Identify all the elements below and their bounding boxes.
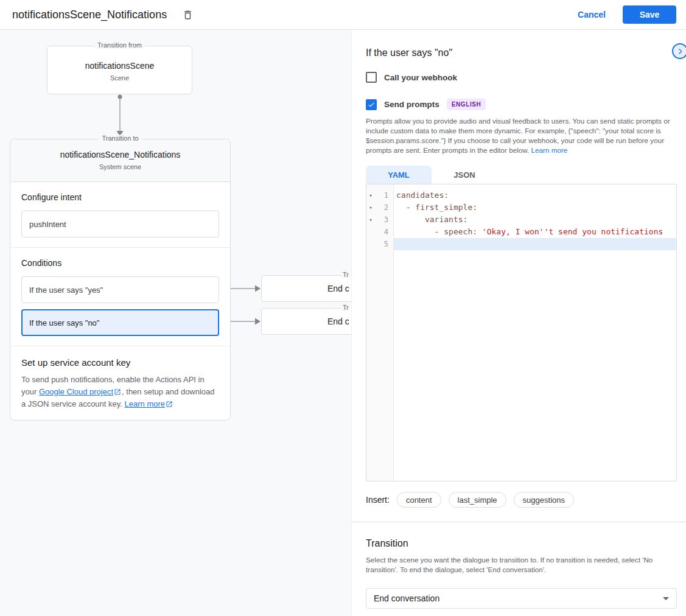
code-line[interactable]: candidates: — [394, 189, 676, 201]
google-cloud-project-link[interactable]: Google Cloud project — [39, 387, 113, 396]
service-account-title: Set up service account key — [21, 357, 219, 368]
learn-more-link[interactable]: Learn more — [531, 146, 568, 154]
line-number: 5 — [375, 240, 393, 248]
checkmark-icon — [368, 101, 375, 108]
insert-content-button[interactable]: content — [397, 492, 441, 508]
fold-icon[interactable]: ▾ — [366, 205, 375, 211]
editor-gutter: ▾1 ▾2 ▾3 ▾4 ▾5 — [366, 184, 394, 481]
send-prompts-row: Send prompts ENGLISH — [366, 99, 486, 110]
webhook-row: Call your webhook — [366, 72, 457, 83]
external-link-icon — [166, 401, 173, 408]
condition-item-yes[interactable]: If the user says "yes" — [21, 276, 219, 303]
gutter-row: ▾1 — [366, 189, 393, 201]
gutter-row: ▾2 — [366, 201, 393, 214]
from-node-title: notificationsScene — [47, 61, 192, 71]
transition-select[interactable]: End conversation — [366, 588, 677, 609]
transition-section-title: Transition — [366, 538, 408, 549]
scene-card-title: notificationsScene_Notifications — [10, 139, 230, 159]
intent-name: pushIntent — [29, 220, 66, 229]
chevron-right-icon — [676, 47, 684, 55]
code-line[interactable]: - first_simple: — [394, 201, 676, 214]
trash-icon — [182, 9, 194, 21]
transition-description: Select the scene you want the dialogue t… — [366, 555, 677, 575]
page-title: notificationsScene_Notifications — [12, 9, 167, 21]
code-line[interactable]: variants: — [394, 214, 676, 226]
prompts-description: Prompts allow you to provide audio and v… — [366, 116, 679, 155]
section-divider — [352, 522, 686, 522]
cancel-button[interactable]: Cancel — [578, 10, 606, 19]
tab-json[interactable]: JSON — [432, 166, 497, 184]
service-account-description: To send push notifications, enable the A… — [21, 374, 219, 410]
transition-select-value: End conversation — [374, 593, 439, 603]
code-key: variants: — [396, 215, 467, 224]
collapse-panel-button[interactable] — [672, 43, 686, 59]
fold-icon[interactable]: ▾ — [366, 217, 375, 223]
scene-card: Transition to notificationsScene_Notific… — [10, 139, 231, 421]
scene-diagram-panel: Transition from notificationsScene Scene… — [0, 30, 352, 616]
code-key: - first_simple: — [396, 203, 477, 212]
condition-label: If the user says "yes" — [29, 285, 103, 295]
header-bar: notificationsScene_Notifications Cancel … — [0, 0, 686, 30]
webhook-label: Call your webhook — [384, 73, 457, 82]
dropdown-caret-icon — [663, 597, 669, 600]
end-node-badge: Tr — [341, 271, 351, 278]
gutter-row: ▾4 — [366, 226, 393, 238]
from-node-subtitle: Scene — [47, 74, 192, 82]
line-number: 1 — [375, 191, 393, 200]
configure-intent-section: Configure intent pushIntent — [10, 182, 230, 248]
condition-editor-panel: If the user says "no" Call your webhook … — [352, 30, 686, 616]
gutter-row: ▾3 — [366, 214, 393, 226]
intent-item[interactable]: pushIntent — [21, 211, 219, 237]
conditions-label: Conditions — [21, 258, 219, 268]
webhook-checkbox[interactable] — [366, 72, 377, 83]
code-key: - speech: — [396, 227, 482, 236]
transition-from-badge: Transition from — [94, 41, 145, 49]
end-node-label: End c — [327, 317, 349, 326]
gutter-row: ▾5 — [366, 238, 393, 250]
code-area[interactable]: candidates: - first_simple: variants: - … — [394, 184, 676, 481]
end-conversation-node[interactable]: Tr End c — [261, 275, 352, 302]
line-number: 4 — [375, 228, 393, 236]
language-badge: ENGLISH — [447, 99, 486, 110]
actions-builder-scene-editor: notificationsScene_Notifications Cancel … — [0, 0, 686, 616]
fold-icon[interactable]: ▾ — [366, 193, 375, 198]
condition-title: If the user says "no" — [366, 47, 452, 58]
save-button[interactable]: Save — [623, 5, 676, 24]
transition-to-badge: Transition to — [98, 135, 142, 142]
code-line-active[interactable] — [394, 238, 676, 250]
insert-last-simple-button[interactable]: last_simple — [449, 492, 506, 508]
code-string: 'Okay, I won''t send you notifications — [482, 227, 663, 236]
editor-tabs: YAML JSON — [366, 166, 497, 184]
insert-label: Insert: — [366, 495, 390, 505]
transition-from-node[interactable]: Transition from notificationsScene Scene — [47, 46, 192, 94]
insert-toolbar: Insert: content last_simple suggestions — [366, 492, 574, 508]
line-number: 2 — [375, 203, 393, 212]
prompts-description-text: Prompts allow you to provide audio and v… — [366, 117, 670, 154]
end-conversation-node[interactable]: Tr End c — [261, 308, 352, 335]
configure-intent-label: Configure intent — [21, 192, 219, 202]
scene-card-header: notificationsScene_Notifications System … — [10, 139, 230, 182]
conditions-section: Conditions If the user says "yes" If the… — [10, 248, 230, 346]
condition-item-no[interactable]: If the user says "no" — [21, 309, 219, 336]
tab-yaml[interactable]: YAML — [366, 166, 432, 184]
code-line[interactable]: - speech: 'Okay, I won''t send you notif… — [394, 226, 676, 238]
insert-suggestions-button[interactable]: suggestions — [514, 492, 574, 508]
send-prompts-label: Send prompts — [384, 100, 439, 109]
service-account-section: Set up service account key To send push … — [10, 346, 230, 420]
delete-scene-button[interactable] — [179, 6, 196, 23]
external-link-icon — [114, 388, 121, 396]
line-number: 3 — [375, 215, 393, 224]
condition-label: If the user says "no" — [29, 318, 99, 327]
learn-more-link[interactable]: Learn more — [125, 399, 165, 408]
code-key: candidates: — [396, 191, 449, 200]
end-node-badge: Tr — [341, 304, 351, 311]
scene-card-subtitle: System scene — [10, 163, 230, 170]
send-prompts-checkbox[interactable] — [366, 99, 377, 110]
code-editor[interactable]: ▾1 ▾2 ▾3 ▾4 ▾5 candidates: - first_simpl… — [366, 184, 677, 481]
end-node-label: End c — [327, 284, 349, 293]
